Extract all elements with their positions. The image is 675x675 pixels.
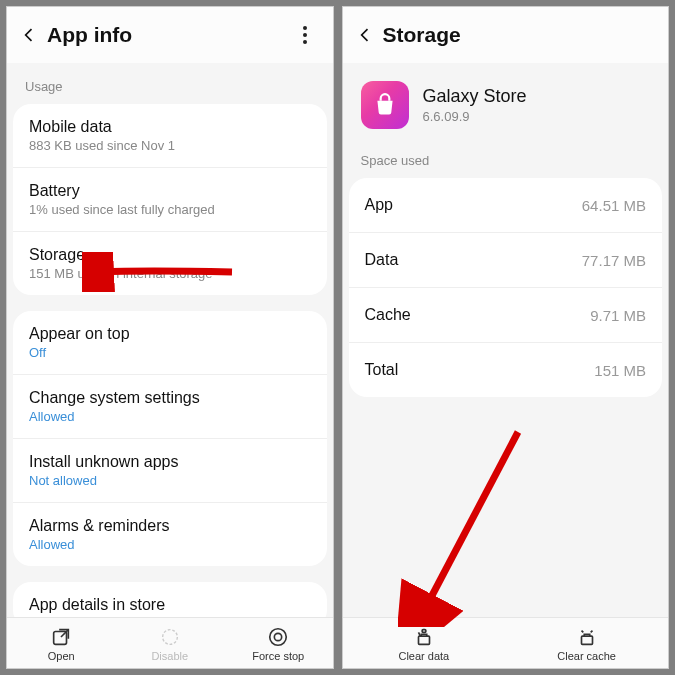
dot-icon <box>303 33 307 37</box>
svg-rect-4 <box>418 636 429 644</box>
row-title: Appear on top <box>29 325 311 343</box>
kv-total: Total 151 MB <box>349 343 663 397</box>
clear-cache-icon <box>576 626 598 648</box>
screen-app-info: App info Usage Mobile data 883 KB used s… <box>6 6 334 669</box>
kv-key: App <box>365 196 393 214</box>
row-app-details-store[interactable]: App details in store <box>13 582 327 617</box>
kv-key: Cache <box>365 306 411 324</box>
section-label-usage: Usage <box>7 63 333 104</box>
row-value: Off <box>29 345 311 360</box>
app-header: Galaxy Store 6.6.09.9 <box>343 63 669 137</box>
disable-icon <box>159 626 181 648</box>
force-stop-button[interactable]: Force stop <box>224 618 333 668</box>
kv-val: 64.51 MB <box>582 197 646 214</box>
row-alarms-reminders[interactable]: Alarms & reminders Allowed <box>13 503 327 566</box>
disable-button: Disable <box>116 618 225 668</box>
clear-data-icon <box>413 626 435 648</box>
galaxy-store-icon <box>361 81 409 129</box>
clear-data-button[interactable]: Clear data <box>343 618 506 668</box>
row-change-system-settings[interactable]: Change system settings Allowed <box>13 375 327 439</box>
dot-icon <box>303 26 307 30</box>
back-chevron-icon <box>355 25 375 45</box>
row-battery[interactable]: Battery 1% used since last fully charged <box>13 168 327 232</box>
kv-cache: Cache 9.71 MB <box>349 288 663 343</box>
usage-card: Mobile data 883 KB used since Nov 1 Batt… <box>13 104 327 295</box>
row-title: Install unknown apps <box>29 453 311 471</box>
back-button[interactable] <box>15 21 43 49</box>
kv-val: 77.17 MB <box>582 252 646 269</box>
action-label: Force stop <box>252 650 304 662</box>
open-icon <box>50 626 72 648</box>
back-button[interactable] <box>351 21 379 49</box>
kv-val: 9.71 MB <box>590 307 646 324</box>
action-label: Clear cache <box>557 650 616 662</box>
app-version: 6.6.09.9 <box>423 109 527 124</box>
svg-point-1 <box>162 630 177 645</box>
header: Storage <box>343 7 669 63</box>
kv-app: App 64.51 MB <box>349 178 663 233</box>
kv-key: Data <box>365 251 399 269</box>
action-label: Clear data <box>398 650 449 662</box>
action-bar: Open Disable Force stop <box>7 617 333 668</box>
kv-val: 151 MB <box>594 362 646 379</box>
row-value: Allowed <box>29 409 311 424</box>
svg-point-3 <box>275 633 282 640</box>
svg-rect-6 <box>581 636 592 644</box>
row-title: Alarms & reminders <box>29 517 311 535</box>
action-bar: Clear data Clear cache <box>343 617 669 668</box>
clear-cache-button[interactable]: Clear cache <box>505 618 668 668</box>
row-value: Not allowed <box>29 473 311 488</box>
back-chevron-icon <box>19 25 39 45</box>
action-label: Disable <box>151 650 188 662</box>
permissions-card: Appear on top Off Change system settings… <box>13 311 327 566</box>
row-subtitle: 883 KB used since Nov 1 <box>29 138 311 153</box>
space-used-card: App 64.51 MB Data 77.17 MB Cache 9.71 MB… <box>349 178 663 397</box>
stop-icon <box>267 626 289 648</box>
page-title: Storage <box>383 23 461 47</box>
screen-storage: Storage Galaxy Store 6.6.09.9 Space used… <box>342 6 670 669</box>
row-mobile-data[interactable]: Mobile data 883 KB used since Nov 1 <box>13 104 327 168</box>
svg-point-2 <box>270 629 287 646</box>
kv-data: Data 77.17 MB <box>349 233 663 288</box>
svg-rect-5 <box>422 630 426 633</box>
action-label: Open <box>48 650 75 662</box>
row-title: Mobile data <box>29 118 311 136</box>
header: App info <box>7 7 333 63</box>
more-menu-button[interactable] <box>293 23 317 47</box>
row-appear-on-top[interactable]: Appear on top Off <box>13 311 327 375</box>
kv-key: Total <box>365 361 399 379</box>
details-card: App details in store <box>13 582 327 617</box>
row-storage[interactable]: Storage 151 MB used in internal storage <box>13 232 327 295</box>
open-button[interactable]: Open <box>7 618 116 668</box>
row-value: Allowed <box>29 537 311 552</box>
page-title: App info <box>47 23 132 47</box>
row-title: Battery <box>29 182 311 200</box>
row-subtitle: 1% used since last fully charged <box>29 202 311 217</box>
row-subtitle: 151 MB used in internal storage <box>29 266 311 281</box>
dot-icon <box>303 40 307 44</box>
section-label-space: Space used <box>343 137 669 178</box>
app-name: Galaxy Store <box>423 86 527 107</box>
row-title: Storage <box>29 246 311 264</box>
row-title: App details in store <box>29 596 311 614</box>
row-title: Change system settings <box>29 389 311 407</box>
row-install-unknown-apps[interactable]: Install unknown apps Not allowed <box>13 439 327 503</box>
